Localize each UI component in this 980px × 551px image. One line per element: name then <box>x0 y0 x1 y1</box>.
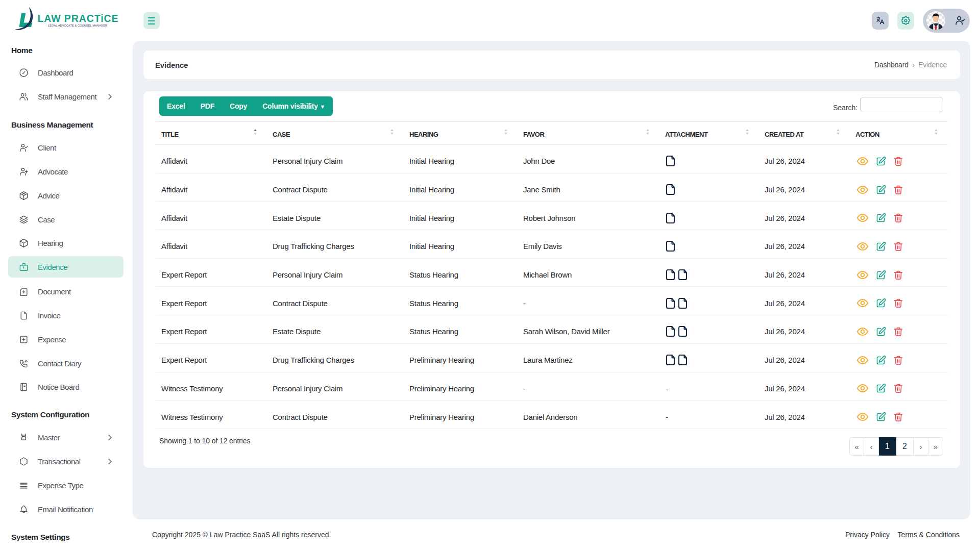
svg-text:LEGAL ADVOCATE & COUNSEL MANAG: LEGAL ADVOCATE & COUNSEL MANAGER <box>48 24 107 27</box>
svg-text:LAW PRACTiCE: LAW PRACTiCE <box>38 13 119 24</box>
